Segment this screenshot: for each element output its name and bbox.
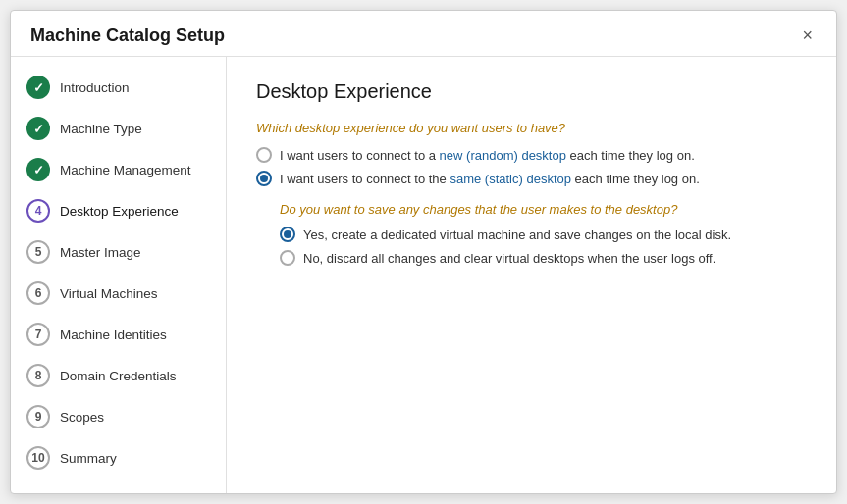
sidebar-label-scopes: Scopes	[60, 410, 104, 425]
sidebar-item-machine-identities[interactable]: 7Machine Identities	[11, 314, 226, 355]
radio-static-icon[interactable]	[256, 171, 272, 186]
radio-group-experience: I want users to connect to a new (random…	[256, 147, 807, 186]
sidebar-label-summary: Summary	[60, 451, 117, 466]
step-icon-machine-identities: 7	[26, 323, 50, 346]
sidebar-label-machine-type: Machine Type	[60, 122, 142, 136]
option-random[interactable]: I want users to connect to a new (random…	[256, 147, 807, 163]
sidebar-label-introduction: Introduction	[60, 80, 130, 95]
sidebar-item-scopes[interactable]: 9Scopes	[11, 396, 226, 437]
sidebar-label-master-image: Master Image	[60, 245, 141, 260]
step-icon-desktop-experience: 4	[26, 199, 50, 223]
sidebar-label-machine-identities: Machine Identities	[60, 328, 167, 342]
step-icon-virtual-machines: 6	[26, 281, 50, 305]
dialog-header: Machine Catalog Setup ×	[11, 11, 836, 57]
option-no-label: No, discard all changes and clear virtua…	[303, 251, 715, 266]
sidebar-item-desktop-experience[interactable]: 4Desktop Experience	[11, 190, 226, 231]
sub-section-save-changes: Do you want to save any changes that the…	[280, 202, 807, 266]
sidebar-item-introduction[interactable]: ✓Introduction	[11, 67, 226, 108]
sidebar: ✓Introduction✓Machine Type✓Machine Manag…	[11, 57, 227, 493]
machine-catalog-dialog: Machine Catalog Setup × ✓Introduction✓Ma…	[10, 10, 837, 494]
radio-no-icon[interactable]	[280, 250, 295, 266]
step-icon-machine-management: ✓	[26, 158, 50, 181]
sidebar-label-virtual-machines: Virtual Machines	[60, 286, 158, 301]
step-icon-scopes: 9	[26, 405, 50, 428]
sidebar-label-domain-credentials: Domain Credentials	[60, 369, 177, 383]
sidebar-item-summary[interactable]: 10Summary	[11, 437, 226, 479]
step-icon-summary: 10	[26, 446, 50, 470]
sidebar-item-machine-management[interactable]: ✓Machine Management	[11, 149, 226, 190]
sidebar-item-domain-credentials[interactable]: 8Domain Credentials	[11, 355, 226, 396]
section-title: Desktop Experience	[256, 80, 807, 103]
radio-random-icon[interactable]	[256, 147, 272, 163]
dialog-title: Machine Catalog Setup	[30, 25, 225, 46]
main-content: Desktop Experience Which desktop experie…	[227, 57, 836, 493]
option-random-label: I want users to connect to a new (random…	[280, 148, 695, 163]
sidebar-item-machine-type[interactable]: ✓Machine Type	[11, 108, 226, 149]
close-button[interactable]: ×	[798, 25, 817, 46]
question2-label: Do you want to save any changes that the…	[280, 202, 807, 217]
sidebar-item-master-image[interactable]: 5Master Image	[11, 231, 226, 273]
radio-group-save: Yes, create a dedicated virtual machine …	[280, 227, 807, 266]
option-yes-label: Yes, create a dedicated virtual machine …	[303, 227, 731, 242]
step-icon-master-image: 5	[26, 240, 50, 264]
sidebar-label-machine-management: Machine Management	[60, 163, 191, 177]
sidebar-label-desktop-experience: Desktop Experience	[60, 204, 179, 219]
sidebar-item-virtual-machines[interactable]: 6Virtual Machines	[11, 273, 226, 314]
question1-label: Which desktop experience do you want use…	[256, 121, 807, 135]
step-icon-introduction: ✓	[26, 76, 50, 99]
step-icon-machine-type: ✓	[26, 117, 50, 140]
radio-yes-icon[interactable]	[280, 227, 295, 242]
dialog-body: ✓Introduction✓Machine Type✓Machine Manag…	[11, 57, 836, 493]
option-static[interactable]: I want users to connect to the same (sta…	[256, 171, 807, 186]
step-icon-domain-credentials: 8	[26, 364, 50, 387]
option-yes-save[interactable]: Yes, create a dedicated virtual machine …	[280, 227, 807, 242]
option-static-label: I want users to connect to the same (sta…	[280, 172, 700, 186]
option-no-save[interactable]: No, discard all changes and clear virtua…	[280, 250, 807, 266]
